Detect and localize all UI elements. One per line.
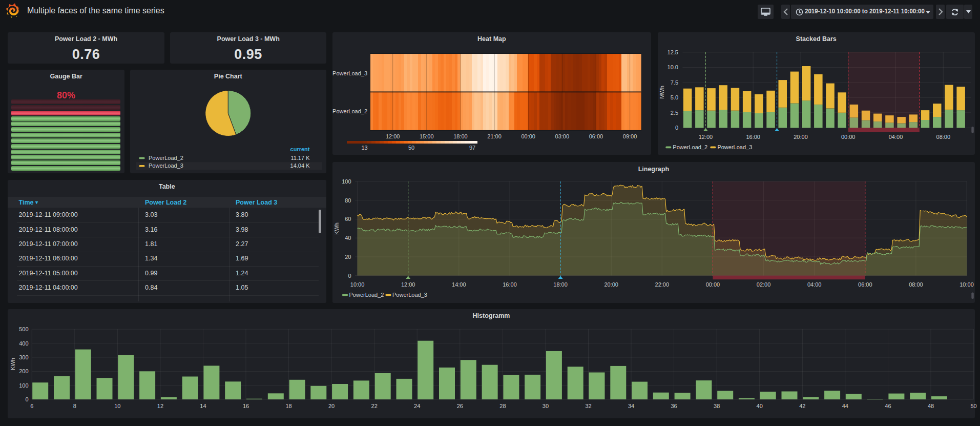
svg-text:10:00: 10:00 [960,281,974,288]
svg-text:42: 42 [799,403,805,409]
svg-text:38: 38 [714,403,720,409]
svg-text:00:00: 00:00 [706,281,720,288]
svg-text:09:00: 09:00 [623,133,637,139]
svg-text:13: 13 [361,145,367,151]
svg-text:PowerLoad_3: PowerLoad_3 [149,163,183,169]
svg-text:5.0: 5.0 [671,94,678,100]
svg-text:97: 97 [469,145,475,151]
svg-text:300: 300 [19,354,28,360]
svg-text:30: 30 [543,403,549,409]
svg-text:200: 200 [19,368,28,374]
svg-text:08:00: 08:00 [936,134,951,140]
svg-text:22: 22 [371,403,378,409]
svg-text:16: 16 [243,403,249,409]
svg-text:08:00: 08:00 [909,281,923,288]
svg-text:36: 36 [671,403,677,409]
svg-text:20:00: 20:00 [604,281,618,288]
svg-text:02:00: 02:00 [757,281,771,288]
svg-text:24: 24 [414,403,420,409]
svg-text:18:00: 18:00 [553,281,568,288]
svg-text:21:00: 21:00 [487,133,502,139]
svg-text:60: 60 [345,216,351,222]
svg-text:46: 46 [885,403,891,409]
svg-text:04:00: 04:00 [807,281,822,288]
svg-text:20:00: 20:00 [794,134,808,140]
svg-text:14.04 K: 14.04 K [290,163,310,169]
svg-text:PowerLoad_2: PowerLoad_2 [332,108,367,114]
svg-text:20: 20 [328,403,335,409]
svg-text:PowerLoad_2: PowerLoad_2 [149,155,183,161]
svg-text:06:00: 06:00 [589,133,603,139]
svg-text:PowerLoad_3: PowerLoad_3 [332,70,367,76]
svg-text:6: 6 [30,403,33,409]
svg-text:PowerLoad_3: PowerLoad_3 [392,292,427,298]
svg-text:80: 80 [345,197,351,204]
svg-text:06:00: 06:00 [858,281,872,288]
svg-text:48: 48 [928,403,934,409]
svg-text:0: 0 [675,125,678,131]
svg-text:00:00: 00:00 [521,133,535,139]
svg-text:18:00: 18:00 [453,133,468,139]
svg-text:11.17 K: 11.17 K [290,155,310,161]
svg-text:current: current [290,146,310,152]
svg-text:14: 14 [200,403,206,409]
svg-text:PowerLoad_2: PowerLoad_2 [349,292,384,298]
svg-text:00:00: 00:00 [841,134,856,140]
svg-text:PowerLoad_2: PowerLoad_2 [673,144,707,150]
svg-text:34: 34 [628,403,634,409]
svg-text:7.5: 7.5 [671,79,678,86]
svg-text:26: 26 [457,403,463,409]
svg-text:10:00: 10:00 [350,281,365,288]
svg-text:12: 12 [157,403,163,409]
svg-text:10: 10 [114,403,120,409]
svg-text:18: 18 [285,403,291,409]
svg-text:PowerLoad_3: PowerLoad_3 [717,144,752,150]
svg-text:100: 100 [342,178,351,185]
svg-text:0: 0 [348,273,351,279]
svg-text:40: 40 [757,403,763,409]
svg-text:15:00: 15:00 [420,133,434,139]
svg-text:10.0: 10.0 [668,64,678,70]
svg-text:8: 8 [73,403,76,409]
svg-text:04:00: 04:00 [889,134,903,140]
svg-text:14:00: 14:00 [452,281,466,288]
svg-text:22:00: 22:00 [655,281,670,288]
svg-text:32: 32 [585,403,591,409]
svg-text:100: 100 [19,382,28,389]
svg-text:40: 40 [345,235,351,241]
svg-text:16:00: 16:00 [503,281,517,288]
svg-text:400: 400 [19,340,28,347]
svg-text:03:00: 03:00 [555,133,570,139]
svg-text:12:00: 12:00 [699,134,713,140]
svg-text:MWh: MWh [659,86,665,99]
svg-text:KWh: KWh [333,222,340,235]
svg-text:44: 44 [842,403,848,409]
svg-text:12:00: 12:00 [386,133,400,139]
svg-text:12.5: 12.5 [668,49,678,55]
svg-text:28: 28 [499,403,506,409]
svg-text:KWh: KWh [10,358,16,370]
svg-text:20: 20 [345,254,351,260]
svg-text:50: 50 [408,145,414,151]
svg-text:16:00: 16:00 [746,134,760,140]
svg-text:0: 0 [25,396,28,402]
svg-text:12:00: 12:00 [401,281,415,288]
svg-text:500: 500 [19,326,28,332]
svg-text:2.5: 2.5 [671,110,678,116]
svg-text:50: 50 [970,403,976,409]
